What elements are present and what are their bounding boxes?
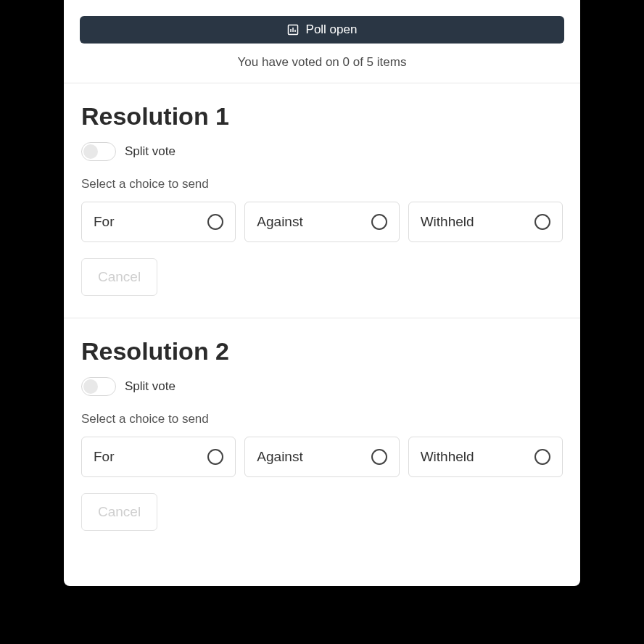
voting-panel: Poll open You have voted on 0 of 5 items… <box>64 0 580 586</box>
resolution-title: Resolution 1 <box>81 102 563 131</box>
radio-circle-icon <box>534 449 550 465</box>
resolution-title: Resolution 2 <box>81 337 563 366</box>
split-vote-row: Split vote <box>81 377 563 396</box>
poll-icon <box>287 24 299 36</box>
choice-label: Withheld <box>421 449 474 465</box>
resolution-1: Resolution 1 Split vote Select a choice … <box>64 83 580 318</box>
split-vote-toggle[interactable] <box>81 142 116 161</box>
toggle-knob <box>83 379 98 394</box>
choice-for[interactable]: For <box>81 202 236 242</box>
radio-circle-icon <box>371 449 387 465</box>
voted-status: You have voted on 0 of 5 items <box>80 55 564 70</box>
choice-label: Against <box>257 449 302 465</box>
choice-instruction: Select a choice to send <box>81 177 563 191</box>
split-vote-label: Split vote <box>125 379 176 394</box>
choice-withheld[interactable]: Withheld <box>408 437 563 477</box>
radio-circle-icon <box>207 449 223 465</box>
choice-group: For Against Withheld <box>81 202 563 242</box>
choice-group: For Against Withheld <box>81 437 563 477</box>
resolution-2: Resolution 2 Split vote Select a choice … <box>64 318 580 553</box>
split-vote-row: Split vote <box>81 142 563 161</box>
choice-label: Withheld <box>421 214 474 230</box>
cancel-button[interactable]: Cancel <box>81 493 157 531</box>
poll-status-text: Poll open <box>306 22 358 37</box>
choice-label: For <box>94 449 115 465</box>
choice-against[interactable]: Against <box>244 202 399 242</box>
radio-circle-icon <box>534 214 550 230</box>
choice-for[interactable]: For <box>81 437 236 477</box>
toggle-knob <box>83 144 98 159</box>
choice-against[interactable]: Against <box>244 437 399 477</box>
radio-circle-icon <box>207 214 223 230</box>
split-vote-label: Split vote <box>125 144 176 159</box>
panel-header: Poll open You have voted on 0 of 5 items <box>64 0 580 83</box>
radio-circle-icon <box>371 214 387 230</box>
choice-instruction: Select a choice to send <box>81 412 563 426</box>
choice-label: Against <box>257 214 302 230</box>
choice-label: For <box>94 214 115 230</box>
poll-status-banner: Poll open <box>80 16 564 44</box>
split-vote-toggle[interactable] <box>81 377 116 396</box>
cancel-button[interactable]: Cancel <box>81 258 157 296</box>
choice-withheld[interactable]: Withheld <box>408 202 563 242</box>
